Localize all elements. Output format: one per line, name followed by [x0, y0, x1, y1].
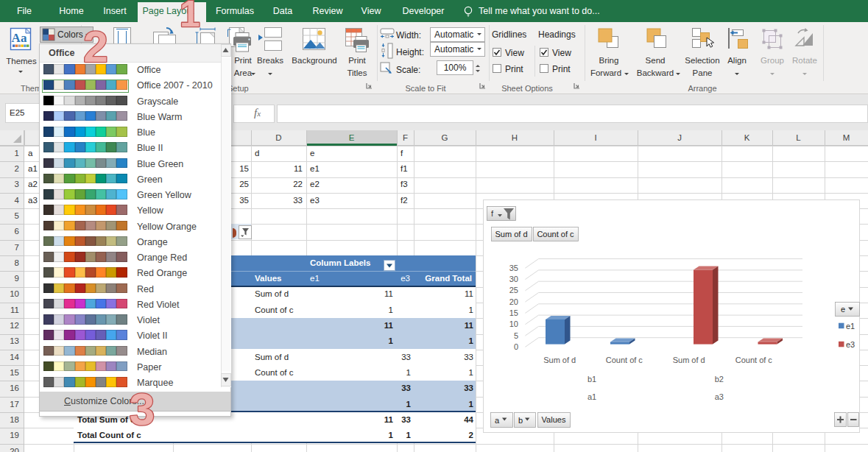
svg-text:Aa: Aa	[12, 31, 27, 45]
svg-text:b1: b1	[588, 375, 596, 384]
svg-text:Count of c: Count of c	[606, 356, 643, 364]
svg-text:25: 25	[509, 286, 518, 294]
svg-text:e1: e1	[846, 322, 855, 331]
svg-text:a3: a3	[715, 392, 724, 401]
svg-text:a1: a1	[588, 392, 596, 401]
svg-text:b: b	[518, 416, 523, 425]
svg-text:30: 30	[509, 275, 518, 283]
svg-text:0: 0	[514, 342, 518, 351]
svg-text:a: a	[495, 416, 500, 425]
svg-text:Sum of d: Sum of d	[495, 230, 527, 239]
svg-text:15: 15	[509, 308, 518, 317]
svg-text:e: e	[841, 305, 845, 314]
svg-text:5: 5	[514, 331, 518, 340]
svg-text:Count of c: Count of c	[735, 356, 773, 364]
svg-text:Sum of d: Sum of d	[543, 356, 576, 364]
svg-text:10: 10	[509, 319, 518, 328]
svg-text:35: 35	[509, 264, 518, 272]
svg-text:Sum of d: Sum of d	[673, 356, 705, 364]
svg-text:b2: b2	[715, 375, 724, 384]
svg-text:Count of c: Count of c	[537, 230, 574, 239]
svg-text:20: 20	[509, 297, 518, 306]
svg-text:e3: e3	[846, 340, 855, 349]
svg-text:Values: Values	[542, 415, 566, 424]
